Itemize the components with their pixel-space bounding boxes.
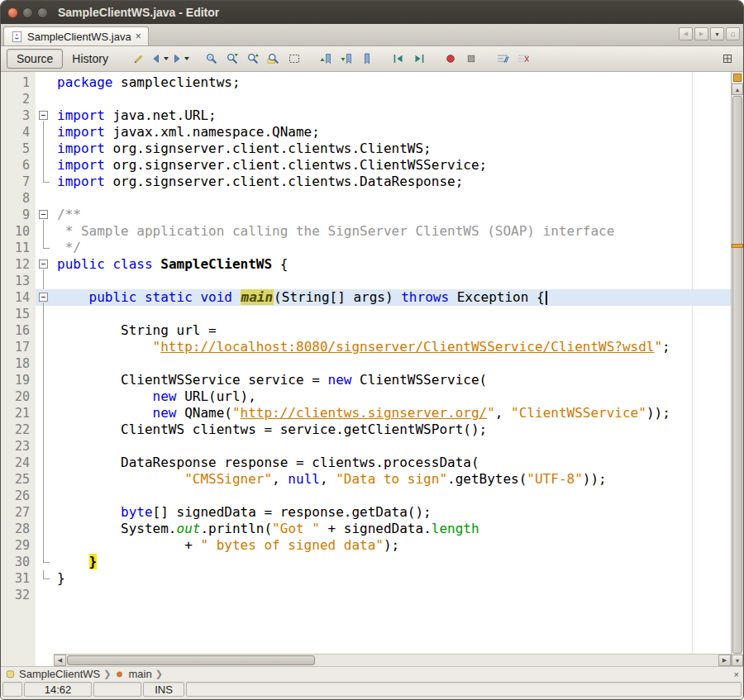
find-selection-button[interactable] — [202, 49, 222, 69]
horizontal-scroll-track[interactable] — [66, 655, 718, 666]
code-line[interactable]: 20 new URL(url), — [1, 388, 731, 405]
code-line[interactable]: 2 — [1, 91, 731, 107]
shift-line-right-button[interactable] — [409, 49, 429, 69]
scroll-up-arrow[interactable]: ▲ — [732, 83, 743, 95]
code-text[interactable]: String url = — [54, 322, 731, 339]
code-text[interactable]: import javax.xml.namespace.QName; — [54, 124, 731, 140]
code-text[interactable]: + " bytes of signed data"); — [54, 537, 731, 554]
code-text[interactable]: ClientWSService service = new ClientWSSe… — [54, 372, 731, 388]
error-stripe-status[interactable] — [732, 72, 743, 83]
code-text[interactable]: * Sample application calling the SignSer… — [54, 223, 731, 240]
code-line[interactable]: 11 */ — [1, 240, 731, 256]
code-line[interactable]: 30 } — [1, 554, 731, 570]
code-line[interactable]: 19 ClientWSService service = new ClientW… — [1, 372, 731, 388]
previous-bookmark-button[interactable] — [316, 49, 336, 69]
code-line[interactable]: 27 byte[] signedData = response.getData(… — [1, 504, 731, 521]
find-previous-occurrence-button[interactable] — [243, 49, 263, 69]
source-view-button[interactable]: Source — [7, 49, 63, 69]
shift-line-left-button[interactable] — [389, 49, 408, 69]
fold-toggle-icon[interactable] — [39, 293, 48, 302]
vertical-scrollbar[interactable]: ▲ ▼ — [731, 72, 743, 666]
code-text[interactable]: System.out.println("Got " + signedData.l… — [54, 521, 731, 537]
code-text[interactable]: "CMSSigner", null, "Data to sign".getByt… — [54, 471, 731, 488]
code-line[interactable]: 7import org.signserver.client.clientws.D… — [1, 174, 731, 190]
code-line[interactable]: 23 — [1, 438, 731, 455]
code-text[interactable]: byte[] signedData = response.getData(); — [54, 504, 731, 521]
code-text[interactable] — [54, 587, 731, 603]
code-line[interactable]: 25 "CMSSigner", null, "Data to sign".get… — [1, 471, 731, 488]
breadcrumb-item-main[interactable]: main — [114, 668, 151, 680]
dropdown-arrow-icon[interactable] — [164, 57, 169, 60]
code-line[interactable]: 15 — [1, 306, 731, 322]
code-text[interactable] — [54, 306, 731, 322]
fold-toggle-icon[interactable] — [39, 111, 48, 120]
scroll-documents-right-button[interactable]: ▶ — [694, 27, 708, 40]
toggle-highlight-search-button[interactable] — [264, 49, 284, 69]
code-line[interactable]: 21 new QName("http://clientws.signserver… — [1, 405, 731, 421]
code-line[interactable]: 10 * Sample application calling the Sign… — [1, 223, 731, 240]
code-text[interactable] — [54, 273, 731, 289]
fold-toggle-icon[interactable] — [39, 210, 48, 219]
uncomment-button[interactable] — [513, 49, 533, 69]
code-text[interactable]: public static void main(String[] args) t… — [54, 289, 731, 306]
next-bookmark-button[interactable] — [336, 49, 356, 69]
code-text[interactable]: package sampleclientws; — [54, 74, 731, 91]
find-next-occurrence-button[interactable] — [222, 49, 242, 69]
editor-toolbar-menu-button[interactable] — [718, 49, 737, 69]
minimize-button[interactable] — [22, 7, 33, 18]
code-line[interactable]: 5import org.signserver.client.clientws.C… — [1, 140, 731, 157]
horizontal-scroll-thumb[interactable] — [67, 655, 315, 665]
scroll-right-arrow[interactable]: ▶ — [718, 655, 731, 666]
toggle-bookmark-button[interactable] — [357, 49, 377, 69]
code-lines[interactable]: 1package sampleclientws;23import java.ne… — [1, 72, 731, 654]
code-text[interactable]: new QName("http://clientws.signserver.or… — [54, 405, 731, 421]
toggle-rectangular-selection-button[interactable] — [284, 49, 304, 69]
code-text[interactable]: import org.signserver.client.clientws.Cl… — [54, 140, 731, 157]
code-text[interactable] — [54, 355, 731, 372]
history-view-button[interactable]: History — [63, 48, 117, 69]
insert-mode-indicator[interactable]: INS — [143, 682, 184, 697]
code-text[interactable] — [54, 190, 731, 207]
start-macro-recording-button[interactable] — [441, 49, 460, 69]
title-bar[interactable]: SampleClientWS.java - Editor — [1, 1, 743, 24]
forward-button[interactable] — [170, 49, 190, 69]
code-line[interactable]: 14 public static void main(String[] args… — [1, 289, 731, 306]
stop-macro-recording-button[interactable] — [461, 49, 481, 69]
dropdown-arrow-icon[interactable] — [184, 57, 189, 60]
code-text[interactable]: } — [54, 554, 731, 570]
code-line[interactable]: 3import java.net.URL; — [1, 107, 731, 124]
code-line[interactable]: 17 "http://localhost:8080/signserver/Cli… — [1, 339, 731, 355]
code-line[interactable]: 28 System.out.println("Got " + signedDat… — [1, 521, 731, 537]
code-text[interactable]: public class SampleClientWS { — [54, 256, 731, 273]
comment-button[interactable] — [493, 49, 513, 69]
code-text[interactable] — [54, 438, 731, 455]
code-text[interactable]: import java.net.URL; — [54, 107, 731, 124]
code-text[interactable]: import org.signserver.client.clientws.Cl… — [54, 157, 731, 174]
tab-sampleclientws[interactable]: SampleClientWS.java × — [3, 26, 149, 45]
breadcrumb-close-icon[interactable]: × — [734, 669, 739, 679]
maximize-window-button[interactable]: □ — [726, 27, 740, 40]
code-text[interactable] — [54, 91, 731, 107]
scroll-documents-left-button[interactable]: ◀ — [679, 27, 693, 40]
code-line[interactable]: 12public class SampleClientWS { — [1, 256, 731, 273]
code-line[interactable]: 26 — [1, 488, 731, 504]
code-line[interactable]: 18 — [1, 355, 731, 372]
horizontal-scrollbar[interactable]: ◀ ▶ — [54, 654, 731, 666]
scroll-left-arrow[interactable]: ◀ — [54, 655, 66, 666]
back-button[interactable] — [150, 49, 169, 69]
code-line[interactable]: 31} — [1, 570, 731, 587]
vertical-scroll-track[interactable] — [732, 95, 743, 655]
code-line[interactable]: 24 DataResponse response = clientws.proc… — [1, 455, 731, 471]
last-edit-location-button[interactable] — [129, 49, 149, 69]
code-text[interactable] — [54, 488, 731, 504]
code-line[interactable]: 13 — [1, 273, 731, 289]
vertical-scroll-thumb[interactable] — [732, 96, 742, 654]
close-button[interactable] — [7, 7, 18, 18]
code-text[interactable]: */ — [54, 240, 731, 256]
code-text[interactable]: import org.signserver.client.clientws.Da… — [54, 174, 731, 190]
code-line[interactable]: 16 String url = — [1, 322, 731, 339]
error-stripe-mark[interactable] — [732, 244, 743, 248]
code-line[interactable]: 32 — [1, 587, 731, 603]
code-line[interactable]: 1package sampleclientws; — [1, 74, 731, 91]
code-line[interactable]: 9/** — [1, 207, 731, 223]
